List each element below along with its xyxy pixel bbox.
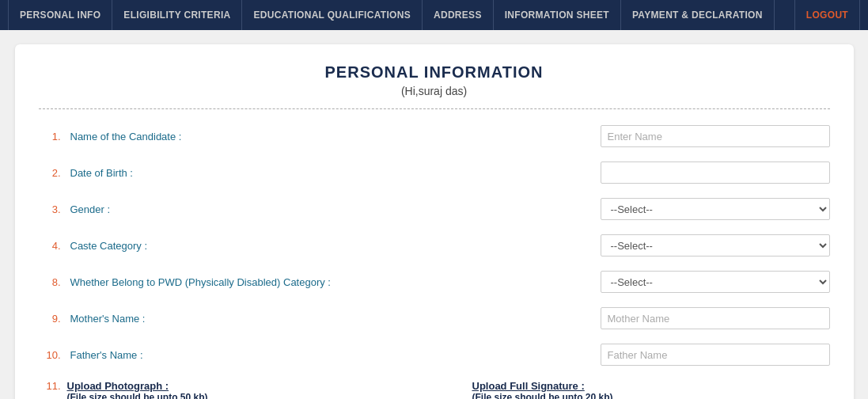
field-caste-category: 4. Caste Category : --Select-- General O…: [39, 234, 830, 256]
field-label-candidate-name: Name of the Candidate :: [67, 131, 601, 142]
input-wrapper-candidate-name: [601, 125, 830, 147]
field-number-11: 11.: [39, 380, 67, 392]
input-wrapper-caste-category: --Select-- General OBC SC ST: [601, 234, 830, 256]
nav-personal-info[interactable]: PERSONAL INFO: [8, 0, 112, 30]
nav-eligibility-criteria[interactable]: ELIGIBILITY CRITERIA: [112, 0, 242, 30]
pwd-category-select[interactable]: --Select-- Yes No: [601, 271, 830, 293]
upload-section: Upload Photograph : (File size should be…: [67, 380, 830, 399]
field-number-10: 10.: [39, 349, 67, 361]
caste-category-select[interactable]: --Select-- General OBC SC ST: [601, 234, 830, 256]
nav-payment-declaration[interactable]: PAYMENT & DECLARATION: [621, 0, 775, 30]
nav-logout[interactable]: LOGOUT: [794, 0, 860, 30]
nav-address[interactable]: ADDRESS: [423, 0, 494, 30]
input-wrapper-gender: --Select-- Male Female Other: [601, 198, 830, 220]
page-title: PERSONAL INFORMATION: [39, 63, 830, 82]
input-wrapper-dob: [601, 162, 830, 184]
field-number-4: 4.: [39, 240, 67, 252]
input-wrapper-mother-name: [601, 307, 830, 329]
page-subtitle: (Hi,suraj das): [39, 85, 830, 97]
field-label-father-name: Father's Name :: [67, 349, 601, 361]
field-label-gender: Gender :: [67, 203, 601, 215]
field-label-caste-category: Caste Category :: [67, 240, 601, 252]
upload-signature-block: Upload Full Signature : (File size shoul…: [472, 380, 830, 399]
gender-select[interactable]: --Select-- Male Female Other: [601, 198, 830, 220]
field-label-dob: Date of Birth :: [67, 167, 601, 179]
nav-information-sheet[interactable]: INFORMATION SHEET: [494, 0, 621, 30]
nav-educational-qualifications[interactable]: EDUCATIONAL QUALIFICATIONS: [242, 0, 422, 30]
field-label-pwd-category: Whether Belong to PWD (Physically Disabl…: [67, 276, 601, 288]
upload-photograph-sublabel: (File size should be upto 50 kb): [67, 392, 425, 399]
field-number-8: 8.: [39, 276, 67, 288]
input-wrapper-father-name: [601, 344, 830, 366]
upload-signature-label[interactable]: Upload Full Signature :: [472, 380, 830, 392]
input-wrapper-pwd-category: --Select-- Yes No: [601, 271, 830, 293]
field-candidate-name: 1. Name of the Candidate :: [39, 125, 830, 147]
field-mother-name: 9. Mother's Name :: [39, 307, 830, 329]
upload-photograph-block: Upload Photograph : (File size should be…: [67, 380, 425, 399]
field-number-1: 1.: [39, 131, 67, 142]
candidate-name-input[interactable]: [601, 125, 830, 147]
navigation: PERSONAL INFO ELIGIBILITY CRITERIA EDUCA…: [0, 0, 868, 30]
father-name-input[interactable]: [601, 344, 830, 366]
main-container: PERSONAL INFORMATION (Hi,suraj das) 1. N…: [15, 44, 854, 399]
field-pwd-category: 8. Whether Belong to PWD (Physically Dis…: [39, 271, 830, 293]
field-father-name: 10. Father's Name :: [39, 344, 830, 366]
upload-photograph-label[interactable]: Upload Photograph :: [67, 380, 425, 392]
upload-signature-sublabel: (File size should be upto 20 kb): [472, 392, 830, 399]
field-dob: 2. Date of Birth :: [39, 162, 830, 184]
field-label-mother-name: Mother's Name :: [67, 313, 601, 325]
field-number-3: 3.: [39, 203, 67, 215]
divider: [39, 108, 830, 109]
dob-input[interactable]: [601, 162, 830, 184]
field-gender: 3. Gender : --Select-- Male Female Other: [39, 198, 830, 220]
field-number-9: 9.: [39, 313, 67, 325]
mother-name-input[interactable]: [601, 307, 830, 329]
field-upload: 11. Upload Photograph : (File size shoul…: [39, 380, 830, 399]
field-number-2: 2.: [39, 167, 67, 179]
